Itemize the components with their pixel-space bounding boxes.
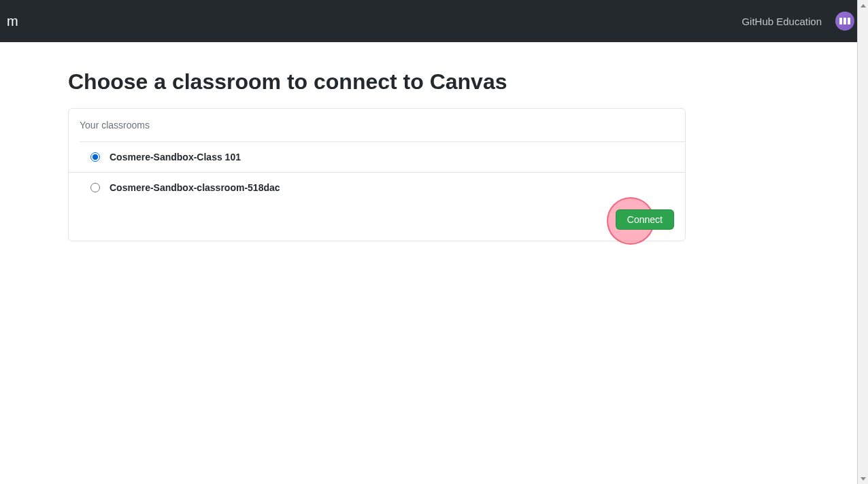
logo-text: m <box>7 14 18 29</box>
avatar[interactable] <box>835 12 854 31</box>
main-content: Choose a classroom to connect to Canvas … <box>0 42 868 269</box>
classroom-radio-1[interactable] <box>90 183 100 192</box>
box-header: Your classrooms <box>69 109 685 141</box>
scrollbar[interactable] <box>857 0 868 484</box>
github-education-link[interactable]: GitHub Education <box>741 16 822 27</box>
connect-button[interactable]: Connect <box>616 209 674 230</box>
classroom-item: Cosmere-Sandbox-classroom-518dac <box>69 172 685 203</box>
scrollbar-down-icon[interactable] <box>858 473 868 484</box>
classroom-label-1[interactable]: Cosmere-Sandbox-classroom-518dac <box>110 182 280 193</box>
classroom-list: Cosmere-Sandbox-Class 101 Cosmere-Sandbo… <box>69 141 685 203</box>
classroom-label-0[interactable]: Cosmere-Sandbox-Class 101 <box>110 152 241 162</box>
classroom-radio-0[interactable] <box>90 152 100 162</box>
classroom-box: Your classrooms Cosmere-Sandbox-Class 10… <box>68 108 686 241</box>
header-right: GitHub Education <box>741 12 854 31</box>
header: m GitHub Education <box>0 0 868 42</box>
page-title: Choose a classroom to connect to Canvas <box>68 69 800 94</box>
scrollbar-up-icon[interactable] <box>858 0 868 11</box>
button-row: Connect <box>69 203 685 241</box>
classroom-item: Cosmere-Sandbox-Class 101 <box>80 141 685 172</box>
